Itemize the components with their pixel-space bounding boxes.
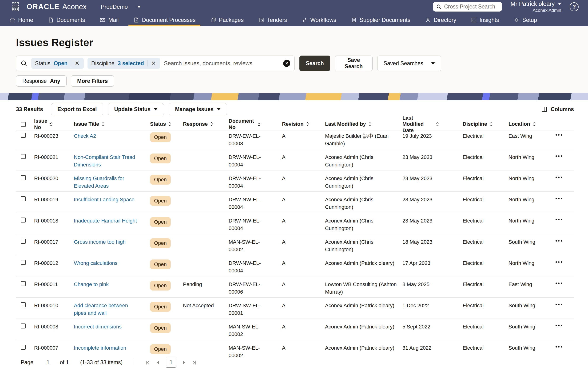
select-all-checkbox[interactable]: [21, 122, 26, 127]
previous-page-button[interactable]: [153, 358, 163, 367]
sort-icon[interactable]: [210, 121, 213, 127]
nav-item-directory[interactable]: Directory: [425, 13, 456, 26]
last-modified-by-cell: Aconex Admin (Chris Cunnington): [325, 154, 403, 169]
issue-title-link[interactable]: Non-Compliant Stair Tread Dimensions: [74, 154, 135, 168]
page-number-input[interactable]: 1: [47, 359, 50, 366]
column-header-response[interactable]: Response: [183, 121, 229, 127]
column-header-last-modified-date[interactable]: Last Modified Date: [403, 115, 463, 133]
sort-icon[interactable]: [257, 122, 261, 127]
row-actions-button[interactable]: [555, 304, 562, 305]
row-actions-button[interactable]: [555, 325, 562, 326]
project-switcher[interactable]: ProdDemo: [101, 4, 141, 10]
columns-button[interactable]: Columns: [541, 106, 574, 112]
last-page-button[interactable]: [189, 358, 200, 367]
sort-icon[interactable]: [306, 121, 309, 127]
sort-icon[interactable]: [50, 122, 53, 127]
column-header-last-modified-by[interactable]: Last Modified by: [325, 121, 403, 127]
row-checkbox[interactable]: [21, 154, 26, 159]
row-actions-button[interactable]: [555, 198, 562, 199]
issue-title-link[interactable]: Gross income too high: [74, 239, 126, 245]
row-checkbox[interactable]: [21, 239, 26, 244]
next-page-button[interactable]: [179, 358, 189, 367]
issue-title-link[interactable]: Change to pink: [74, 281, 109, 287]
row-actions-button[interactable]: [555, 219, 562, 220]
clear-search-icon[interactable]: ✕: [283, 60, 290, 67]
issue-search-input[interactable]: [164, 60, 280, 67]
export-to-excel-button[interactable]: Export to Excel: [51, 103, 103, 115]
row-checkbox[interactable]: [21, 345, 26, 350]
column-header-location[interactable]: Location: [509, 121, 555, 127]
cross-project-search[interactable]: [433, 2, 502, 11]
remove-chip-icon[interactable]: ✕: [151, 60, 156, 67]
sort-icon[interactable]: [168, 121, 171, 127]
sort-icon[interactable]: [436, 122, 439, 127]
nav-item-tenders[interactable]: Tenders: [258, 13, 287, 26]
update-status-dropdown[interactable]: Update Status: [108, 103, 164, 115]
row-actions-button[interactable]: [555, 177, 562, 178]
sort-icon[interactable]: [368, 121, 372, 127]
user-menu[interactable]: Mr Patrick oleary Aconex Admin: [510, 0, 561, 13]
sort-icon[interactable]: [101, 121, 105, 127]
sort-icon[interactable]: [490, 121, 493, 127]
nav-item-mail[interactable]: Mail: [99, 13, 119, 26]
sort-icon[interactable]: [533, 121, 536, 127]
current-page-button[interactable]: 1: [166, 358, 176, 368]
row-checkbox[interactable]: [21, 260, 26, 265]
issue-title-link[interactable]: Add clearance between pipes and wall: [74, 303, 128, 316]
column-header-issue-no[interactable]: Issue No: [34, 118, 74, 130]
issue-title-link[interactable]: Inadequate Handrail Height: [74, 218, 137, 224]
app-grid-icon[interactable]: [12, 2, 18, 11]
saved-searches-dropdown[interactable]: Saved Searches: [377, 55, 441, 71]
nav-item-documents[interactable]: Documents: [48, 13, 85, 26]
response-filter-button[interactable]: Response Any: [16, 75, 67, 87]
row-actions-button[interactable]: [555, 155, 562, 157]
row-actions-button[interactable]: [555, 134, 562, 136]
filter-chip-status[interactable]: Status Open ✕: [31, 58, 84, 69]
status-badge: Open: [150, 259, 171, 269]
oracle-wordmark: ORACLE: [26, 3, 60, 11]
issue-title-link[interactable]: Wrong calculations: [74, 260, 117, 266]
issue-title-link[interactable]: Check A2: [74, 133, 96, 139]
cross-project-search-input[interactable]: [444, 4, 499, 10]
nav-item-packages[interactable]: Packages: [210, 13, 244, 26]
row-actions-button[interactable]: [555, 283, 562, 284]
column-header-document-no[interactable]: Document No: [229, 118, 282, 130]
column-header-discipline[interactable]: Discipline: [463, 121, 509, 127]
remove-chip-icon[interactable]: ✕: [74, 60, 80, 67]
last-modified-by-cell: Aconex Admin (Chris Cunnington): [325, 217, 403, 232]
nav-item-setup[interactable]: Setup: [513, 13, 537, 26]
issue-title-link[interactable]: Incorrect dimensions: [74, 324, 122, 330]
column-header-status[interactable]: Status: [150, 121, 183, 127]
row-checkbox[interactable]: [21, 175, 26, 180]
row-checkbox[interactable]: [21, 196, 26, 201]
nav-item-workflows[interactable]: Workflows: [301, 13, 336, 26]
issue-title-link[interactable]: Incomplete information: [74, 345, 126, 351]
nav-item-document-processes[interactable]: Document Processes: [133, 13, 195, 26]
table-row: RI-000023 Check A2 Open DRW-EW-EL-00003 …: [16, 130, 574, 149]
user-name: Mr Patrick oleary: [510, 0, 555, 7]
search-button[interactable]: Search: [299, 55, 330, 71]
row-actions-button[interactable]: [555, 261, 562, 263]
row-actions-button[interactable]: [555, 240, 562, 242]
help-icon[interactable]: ?: [570, 2, 579, 11]
last-modified-date-cell: 8 May 2025: [403, 281, 463, 288]
row-checkbox[interactable]: [21, 133, 26, 138]
app-header: ORACLE Aconex ProdDemo Mr Patrick oleary…: [0, 0, 588, 26]
row-checkbox[interactable]: [21, 323, 26, 328]
row-checkbox[interactable]: [21, 302, 26, 307]
nav-item-insights[interactable]: Insights: [471, 13, 499, 26]
filter-chip-discipline[interactable]: Discipline 3 selected ✕: [88, 58, 160, 69]
nav-item-home[interactable]: Home: [9, 13, 33, 26]
row-checkbox[interactable]: [21, 218, 26, 222]
manage-issues-dropdown[interactable]: Manage Issues: [169, 103, 227, 115]
column-header-revision[interactable]: Revision: [282, 121, 325, 127]
issue-title-link[interactable]: Insufficient Landing Space: [74, 197, 134, 202]
first-page-button[interactable]: [142, 358, 153, 367]
row-checkbox[interactable]: [21, 281, 26, 286]
more-filters-button[interactable]: More Filters: [71, 75, 114, 87]
issue-title-link[interactable]: Missing Guardrails for Elevated Areas: [74, 175, 124, 189]
save-search-button[interactable]: Save Search: [335, 55, 373, 71]
nav-item-supplier-documents[interactable]: Supplier Documents: [351, 13, 410, 26]
column-header-issue-title[interactable]: Issue Title: [74, 121, 150, 127]
row-actions-button[interactable]: [555, 346, 562, 348]
